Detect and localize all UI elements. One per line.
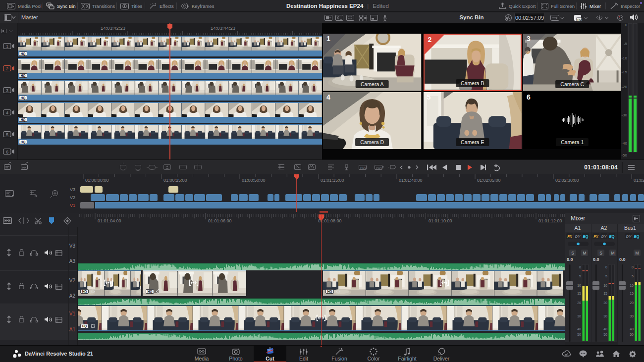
svg-text:0.0: 0.0 bbox=[567, 257, 573, 262]
svg-text:01:01:06:00: 01:01:06:00 bbox=[208, 218, 232, 223]
svg-text:0: 0 bbox=[625, 23, 628, 27]
svg-text:POV: POV bbox=[376, 166, 382, 169]
svg-text:DY: DY bbox=[626, 234, 632, 239]
svg-text:Bus1: Bus1 bbox=[624, 225, 636, 231]
svg-text:0.0: 0.0 bbox=[619, 257, 626, 262]
svg-text:01:00:25:00: 01:00:25:00 bbox=[163, 178, 187, 183]
svg-text:M: M bbox=[635, 251, 639, 256]
svg-text:S: S bbox=[571, 251, 574, 256]
svg-text:A1: A1 bbox=[575, 225, 581, 231]
svg-text:50: 50 bbox=[577, 333, 581, 336]
svg-text:FX: FX bbox=[593, 234, 599, 239]
svg-text:5: 5 bbox=[632, 274, 634, 278]
svg-text:FX: FX bbox=[567, 234, 573, 239]
svg-text:01:02:05:00: 01:02:05:00 bbox=[477, 178, 501, 183]
svg-text:A2: A2 bbox=[69, 293, 76, 299]
svg-text:20: 20 bbox=[577, 301, 581, 305]
svg-text:EQ: EQ bbox=[609, 234, 615, 239]
svg-text:15: 15 bbox=[603, 292, 607, 295]
svg-text:-15: -15 bbox=[621, 70, 627, 74]
svg-text:50: 50 bbox=[603, 333, 607, 336]
svg-text:30: 30 bbox=[577, 314, 581, 318]
svg-text:-20: -20 bbox=[621, 85, 627, 89]
svg-text:0: 0 bbox=[579, 265, 581, 269]
svg-text:01:02: 01:02 bbox=[634, 178, 644, 183]
svg-text:M: M bbox=[611, 251, 614, 256]
svg-text:15: 15 bbox=[630, 292, 634, 295]
svg-text:5: 5 bbox=[605, 274, 607, 278]
svg-text:POV: POV bbox=[360, 166, 367, 169]
svg-text:A3: A3 bbox=[69, 259, 76, 264]
svg-text:40: 40 bbox=[577, 327, 581, 331]
svg-text:HQ: HQ bbox=[578, 18, 582, 21]
svg-text:M: M bbox=[583, 251, 586, 256]
svg-text:A1: A1 bbox=[69, 327, 76, 332]
svg-text:01:00:00:00: 01:00:00:00 bbox=[85, 178, 109, 183]
svg-text:EQ: EQ bbox=[583, 234, 589, 239]
svg-text:40: 40 bbox=[630, 327, 634, 331]
svg-text:0: 0 bbox=[605, 265, 607, 269]
svg-text:5: 5 bbox=[579, 274, 581, 278]
svg-text:-5: -5 bbox=[624, 42, 628, 46]
svg-text:DY: DY bbox=[601, 234, 607, 239]
svg-text:10: 10 bbox=[577, 284, 581, 287]
svg-text:V1: V1 bbox=[70, 203, 75, 208]
svg-text:01:01:08:04: 01:01:08:04 bbox=[584, 164, 618, 171]
svg-text:01:01:04:00: 01:01:04:00 bbox=[98, 218, 121, 223]
svg-text:40: 40 bbox=[603, 327, 607, 331]
svg-text:01:01:12:00: 01:01:12:00 bbox=[538, 218, 562, 223]
svg-text:0: 0 bbox=[632, 265, 634, 269]
svg-text:V3: V3 bbox=[70, 187, 75, 192]
svg-text:V1: V1 bbox=[69, 311, 76, 316]
svg-text:-50: -50 bbox=[621, 153, 627, 157]
svg-text:-40: -40 bbox=[621, 141, 627, 146]
svg-text:01:01:15:00: 01:01:15:00 bbox=[321, 178, 344, 183]
svg-text:1: 1 bbox=[6, 44, 8, 49]
svg-text:Mixer: Mixer bbox=[571, 215, 585, 222]
svg-text:15: 15 bbox=[577, 292, 581, 295]
svg-text:V3: V3 bbox=[69, 243, 76, 249]
svg-text:01:00:50:00: 01:00:50:00 bbox=[242, 178, 266, 183]
svg-text:20: 20 bbox=[630, 301, 634, 305]
svg-text:6: 6 bbox=[6, 150, 8, 155]
svg-text:-30: -30 bbox=[621, 113, 627, 117]
svg-text:A2: A2 bbox=[601, 225, 607, 231]
svg-text:01:01:40:00: 01:01:40:00 bbox=[399, 178, 423, 183]
svg-text:14:03:42:23: 14:03:42:23 bbox=[101, 25, 125, 31]
svg-text:14:03:44:23: 14:03:44:23 bbox=[211, 25, 235, 31]
svg-text:30: 30 bbox=[630, 314, 634, 318]
svg-text:50: 50 bbox=[630, 333, 634, 336]
svg-text:DY: DY bbox=[575, 234, 581, 239]
svg-text:4: 4 bbox=[6, 110, 8, 115]
svg-text:01:01:10:00: 01:01:10:00 bbox=[429, 218, 452, 223]
svg-text:V2: V2 bbox=[70, 195, 75, 200]
svg-text:V2: V2 bbox=[69, 278, 76, 283]
svg-text:0.0: 0.0 bbox=[593, 257, 599, 262]
svg-text:S: S bbox=[599, 251, 602, 256]
svg-text:20: 20 bbox=[603, 301, 607, 305]
svg-text:30: 30 bbox=[603, 314, 607, 318]
svg-text:10: 10 bbox=[630, 284, 634, 287]
svg-text:2: 2 bbox=[6, 66, 8, 71]
svg-text:EQ: EQ bbox=[634, 234, 640, 239]
svg-text:-10: -10 bbox=[621, 56, 627, 60]
svg-text:3: 3 bbox=[6, 88, 8, 93]
svg-text:10: 10 bbox=[603, 284, 607, 287]
svg-text:5: 5 bbox=[6, 132, 8, 137]
svg-text:01:02:30:00: 01:02:30:00 bbox=[555, 178, 579, 183]
